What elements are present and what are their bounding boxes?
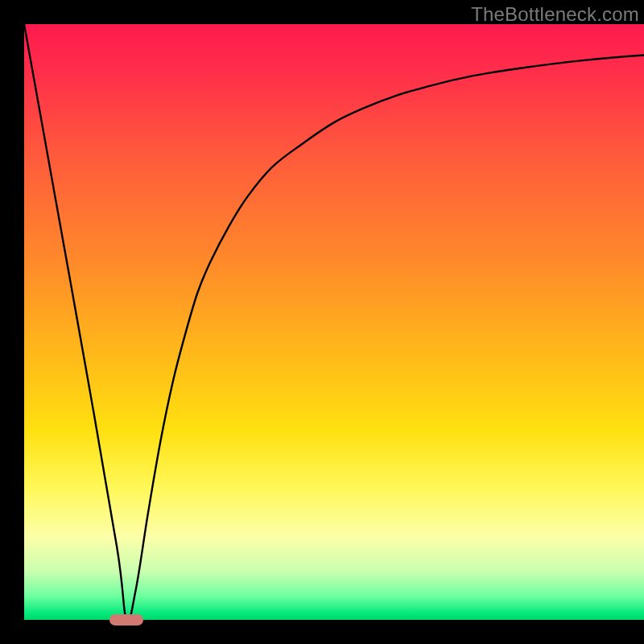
bottleneck-curve <box>24 24 644 620</box>
chart-frame: TheBottleneck.com <box>0 0 644 644</box>
plot-area <box>24 24 644 620</box>
watermark-text: TheBottleneck.com <box>471 3 639 26</box>
optimal-marker <box>109 614 143 625</box>
